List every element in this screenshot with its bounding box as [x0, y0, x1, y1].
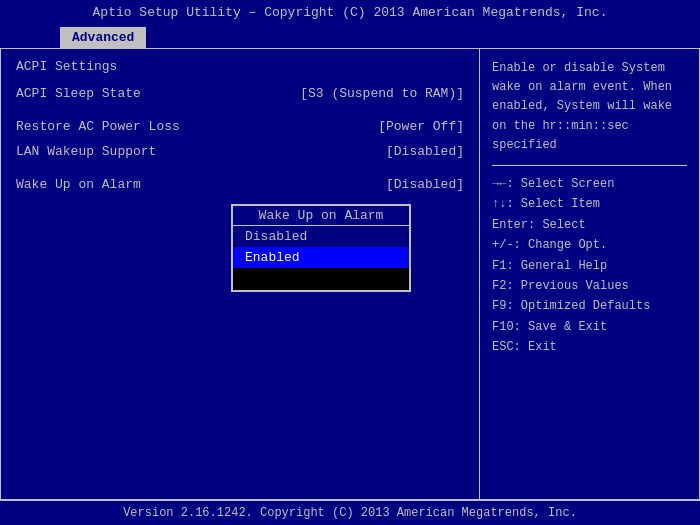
label-restore-power: Restore AC Power Loss	[16, 119, 180, 134]
dropdown-title: Wake Up on Alarm	[233, 206, 409, 226]
app: Aptio Setup Utility – Copyright (C) 2013…	[0, 0, 700, 525]
value-wake-alarm[interactable]: [Disabled]	[386, 177, 464, 192]
row-restore-power: Restore AC Power Loss [Power Off]	[16, 119, 464, 134]
value-restore-power[interactable]: [Power Off]	[378, 119, 464, 134]
left-panel: ACPI Settings ACPI Sleep State [S3 (Susp…	[1, 49, 479, 499]
key-f2: F2: Previous Values	[492, 276, 687, 296]
version-text: Version 2.16.1242. Copyright (C) 2013 Am…	[123, 506, 577, 520]
bottom-bar: Version 2.16.1242. Copyright (C) 2013 Am…	[0, 500, 700, 525]
dropdown-bottom-bar	[233, 268, 409, 290]
row-acpi-sleep: ACPI Sleep State [S3 (Suspend to RAM)]	[16, 86, 464, 101]
help-text: Enable or disable System wake on alarm e…	[492, 59, 687, 155]
label-acpi-sleep: ACPI Sleep State	[16, 86, 141, 101]
label-lan-wakeup: LAN Wakeup Support	[16, 144, 156, 159]
key-change-opt: +/-: Change Opt.	[492, 235, 687, 255]
key-enter: Enter: Select	[492, 215, 687, 235]
key-f9: F9: Optimized Defaults	[492, 296, 687, 316]
key-help: →←: Select Screen ↑↓: Select Item Enter:…	[492, 174, 687, 358]
key-select-screen: →←: Select Screen	[492, 174, 687, 194]
dropdown-item-disabled[interactable]: Disabled	[233, 226, 409, 247]
value-acpi-sleep[interactable]: [S3 (Suspend to RAM)]	[300, 86, 464, 101]
right-divider	[492, 165, 687, 166]
dropdown-item-enabled[interactable]: Enabled	[233, 247, 409, 268]
title-text: Aptio Setup Utility – Copyright (C) 2013…	[93, 5, 608, 20]
tab-bar: Advanced	[0, 25, 700, 48]
right-panel: Enable or disable System wake on alarm e…	[479, 49, 699, 499]
section-title: ACPI Settings	[16, 59, 464, 74]
key-esc: ESC: Exit	[492, 337, 687, 357]
key-select-item: ↑↓: Select Item	[492, 194, 687, 214]
tab-advanced[interactable]: Advanced	[60, 27, 146, 48]
key-f1: F1: General Help	[492, 256, 687, 276]
row-wake-alarm: Wake Up on Alarm [Disabled]	[16, 177, 464, 192]
key-f10: F10: Save & Exit	[492, 317, 687, 337]
value-lan-wakeup[interactable]: [Disabled]	[386, 144, 464, 159]
main-content: ACPI Settings ACPI Sleep State [S3 (Susp…	[0, 48, 700, 500]
label-wake-alarm: Wake Up on Alarm	[16, 177, 141, 192]
title-bar: Aptio Setup Utility – Copyright (C) 2013…	[0, 0, 700, 25]
dropdown-popup: Wake Up on Alarm Disabled Enabled	[231, 204, 411, 292]
row-lan-wakeup: LAN Wakeup Support [Disabled]	[16, 144, 464, 159]
